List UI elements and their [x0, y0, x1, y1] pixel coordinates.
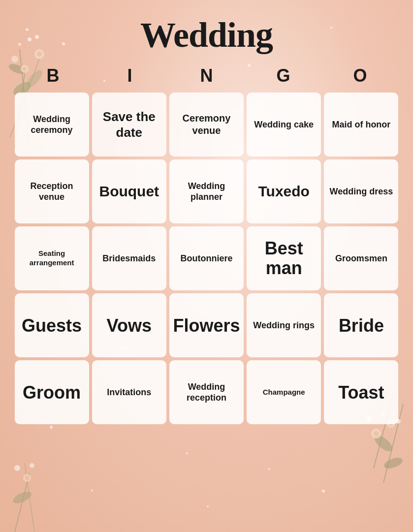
cell-text-1: Save the date: [95, 109, 163, 141]
bingo-cell-11[interactable]: Bridesmaids: [92, 226, 166, 290]
bingo-cell-8[interactable]: Tuxedo: [247, 159, 321, 223]
cell-text-18: Wedding rings: [253, 320, 315, 331]
bingo-cell-15[interactable]: Guests: [15, 293, 89, 357]
bingo-cell-19[interactable]: Bride: [324, 293, 398, 357]
bingo-cell-4[interactable]: Maid of honor: [324, 93, 398, 156]
bingo-cell-21[interactable]: Invitations: [92, 360, 166, 424]
bingo-grid: Wedding ceremonySave the dateCeremony ve…: [12, 90, 401, 427]
cell-text-0: Wedding ceremony: [18, 114, 86, 136]
bingo-cell-5[interactable]: Reception venue: [15, 159, 89, 223]
bingo-cell-14[interactable]: Groomsmen: [324, 226, 398, 290]
cell-text-14: Groomsmen: [335, 253, 387, 264]
bingo-cell-13[interactable]: Best man: [247, 226, 321, 290]
bingo-board: BINGO Wedding ceremonySave the dateCerem…: [12, 65, 401, 427]
bingo-cell-0[interactable]: Wedding ceremony: [15, 93, 89, 156]
bingo-cell-7[interactable]: Wedding planner: [169, 159, 244, 223]
bingo-cell-20[interactable]: Groom: [15, 360, 89, 424]
bingo-cell-9[interactable]: Wedding dress: [324, 159, 398, 223]
page-title: Wedding: [140, 15, 273, 56]
bingo-cell-24[interactable]: Toast: [324, 360, 398, 424]
bingo-cell-22[interactable]: Wedding reception: [169, 360, 244, 424]
cell-text-2: Ceremony venue: [172, 112, 241, 137]
cell-text-9: Wedding dress: [330, 186, 393, 197]
bingo-letter-b: B: [15, 65, 92, 86]
cell-text-19: Bride: [339, 314, 384, 337]
cell-text-21: Invitations: [107, 387, 151, 398]
cell-text-6: Bouquet: [99, 182, 159, 201]
bingo-header: BINGO: [12, 65, 401, 86]
bingo-letter-i: I: [92, 65, 168, 86]
bingo-cell-10[interactable]: Seating arrangement: [15, 226, 89, 290]
cell-text-15: Guests: [22, 314, 82, 337]
cell-text-7: Wedding planner: [172, 181, 241, 203]
cell-text-17: Flowers: [173, 314, 240, 337]
cell-text-23: Champagne: [263, 388, 305, 397]
cell-text-22: Wedding reception: [172, 381, 241, 404]
bingo-cell-12[interactable]: Boutonniere: [169, 226, 244, 290]
cell-text-13: Best man: [250, 239, 318, 278]
bingo-letter-o: O: [322, 65, 399, 86]
bingo-cell-23[interactable]: Champagne: [247, 360, 321, 424]
cell-text-10: Seating arrangement: [18, 249, 86, 268]
bingo-cell-1[interactable]: Save the date: [92, 93, 166, 156]
bingo-cell-16[interactable]: Vows: [92, 293, 166, 357]
cell-text-4: Maid of honor: [332, 119, 390, 130]
bingo-cell-6[interactable]: Bouquet: [92, 159, 166, 223]
bingo-cell-3[interactable]: Wedding cake: [247, 93, 321, 156]
cell-text-20: Groom: [23, 381, 81, 404]
cell-text-8: Tuxedo: [258, 182, 309, 201]
cell-text-5: Reception venue: [18, 181, 86, 203]
bingo-cell-18[interactable]: Wedding rings: [247, 293, 321, 357]
bingo-cell-17[interactable]: Flowers: [169, 293, 244, 357]
cell-text-3: Wedding cake: [254, 119, 314, 130]
bingo-letter-n: N: [168, 65, 245, 86]
main-container: Wedding BINGO Wedding ceremonySave the d…: [0, 0, 413, 532]
cell-text-11: Bridesmaids: [102, 253, 156, 264]
cell-text-24: Toast: [338, 381, 384, 404]
bingo-letter-g: G: [245, 65, 322, 86]
cell-text-16: Vows: [107, 314, 152, 337]
cell-text-12: Boutonniere: [180, 253, 232, 264]
bingo-cell-2[interactable]: Ceremony venue: [169, 93, 244, 156]
